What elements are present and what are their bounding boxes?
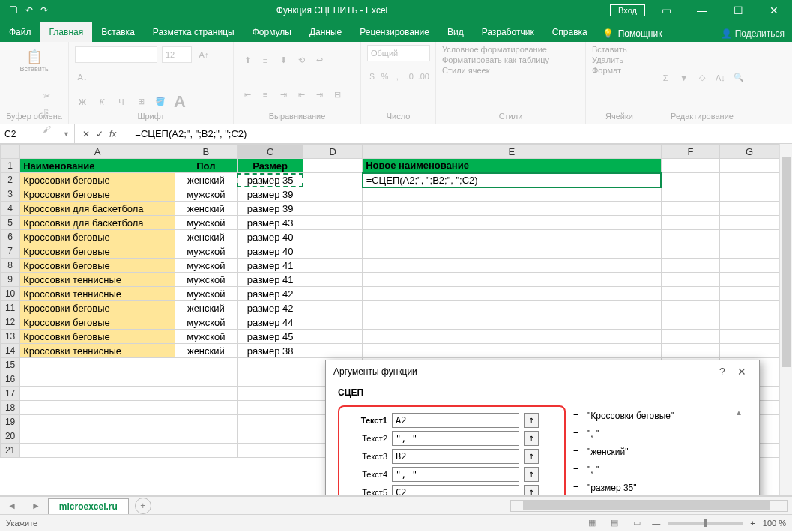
cell[interactable]: женский — [175, 173, 238, 187]
clear-icon[interactable]: ◇ — [696, 70, 708, 85]
cell[interactable]: размер 42 — [237, 301, 303, 315]
page-break-view-icon[interactable]: ▭ — [629, 516, 644, 531]
fill-icon[interactable]: ▼ — [677, 70, 689, 85]
cell[interactable] — [303, 187, 363, 202]
cell[interactable]: размер 38 — [237, 344, 303, 358]
cell[interactable]: женский — [175, 230, 238, 244]
cell-styles-button[interactable]: Стили ячеек — [442, 66, 489, 75]
cell[interactable] — [661, 287, 720, 301]
close-dialog-icon[interactable]: ✕ — [732, 366, 752, 378]
underline-icon[interactable]: Ч — [114, 94, 129, 109]
cell[interactable]: мужской — [175, 259, 238, 273]
cell[interactable]: размер 41 — [237, 273, 303, 287]
cell[interactable] — [303, 230, 363, 244]
cell[interactable]: мужской — [175, 273, 238, 287]
cell[interactable] — [20, 401, 175, 415]
align-left-icon[interactable]: ⇤ — [240, 87, 255, 102]
cell[interactable] — [661, 230, 720, 244]
autosum-icon[interactable]: Σ — [659, 70, 671, 85]
copy-icon[interactable]: ⎘ — [39, 105, 54, 120]
cell[interactable] — [720, 273, 779, 287]
cell[interactable] — [303, 301, 363, 315]
worksheet-grid[interactable]: A B C D E F G 1НаименованиеПолРазмерНово… — [0, 144, 792, 496]
cell[interactable]: Кроссовки беговые — [20, 230, 175, 244]
cancel-formula-icon[interactable]: ✕ — [82, 129, 90, 139]
cell[interactable] — [175, 358, 238, 372]
find-icon[interactable]: 🔍 — [733, 70, 745, 85]
cell[interactable] — [720, 202, 779, 216]
increase-decimal-icon[interactable]: .0 — [405, 69, 415, 84]
cell[interactable] — [303, 216, 363, 230]
cell[interactable]: Кроссовки теннисные — [20, 287, 175, 301]
cell[interactable] — [720, 287, 779, 301]
font-color-icon[interactable]: A — [172, 94, 187, 109]
cell[interactable] — [20, 372, 175, 387]
cell[interactable] — [303, 273, 363, 287]
cell[interactable] — [363, 330, 661, 344]
wrap-text-icon[interactable]: ↩ — [312, 53, 327, 68]
cell[interactable]: Кроссовки беговые — [20, 187, 175, 202]
align-top-icon[interactable]: ⬆ — [240, 53, 255, 68]
cell[interactable]: Кроссовки беговые — [20, 315, 175, 330]
minimize-icon[interactable]: — — [687, 4, 717, 16]
dialog-titlebar[interactable]: Аргументы функции ? ✕ — [326, 360, 759, 383]
format-as-table-button[interactable]: Форматировать как таблицу — [442, 55, 549, 64]
cell[interactable]: мужской — [175, 287, 238, 301]
fill-color-icon[interactable]: 🪣 — [153, 94, 168, 109]
cell[interactable] — [720, 330, 779, 344]
sheet-nav-prev-icon[interactable]: ◄ — [0, 501, 24, 511]
cell[interactable]: женский — [175, 301, 238, 315]
cell[interactable] — [237, 372, 303, 387]
cell[interactable]: женский — [175, 202, 238, 216]
arg-input-3[interactable] — [392, 449, 519, 464]
table-row[interactable]: 4Кроссовки для баскетболаженскийразмер 3… — [1, 202, 779, 216]
cell[interactable] — [661, 159, 720, 173]
cell[interactable]: Наименование — [20, 159, 175, 173]
delete-cells-button[interactable]: Удалить — [592, 55, 623, 64]
zoom-slider[interactable] — [668, 522, 743, 525]
login-button[interactable]: Вход — [610, 4, 645, 16]
cell[interactable] — [20, 387, 175, 401]
col-header-D[interactable]: D — [303, 145, 363, 159]
cell[interactable] — [237, 358, 303, 372]
cell[interactable]: женский — [175, 344, 238, 358]
cell[interactable]: Кроссовки для баскетбола — [20, 216, 175, 230]
number-format-select[interactable] — [367, 45, 430, 61]
cell[interactable]: Кроссовки беговые — [20, 244, 175, 259]
cell[interactable] — [661, 202, 720, 216]
cell[interactable] — [661, 244, 720, 259]
zoom-level[interactable]: 100 % — [763, 519, 786, 528]
tab-help[interactable]: Справка — [543, 22, 596, 42]
cell[interactable]: мужской — [175, 315, 238, 330]
cell[interactable] — [237, 387, 303, 401]
table-row[interactable]: 1НаименованиеПолРазмерНовое наименование — [1, 159, 779, 173]
sort-filter-icon[interactable]: A↓ — [714, 70, 726, 85]
tab-formulas[interactable]: Формулы — [244, 22, 300, 42]
cell[interactable]: =СЦЕП(A2;", ";B2;", ";C2) — [363, 173, 661, 187]
decrease-decimal-icon[interactable]: .00 — [418, 69, 429, 84]
cell[interactable] — [661, 344, 720, 358]
italic-icon[interactable]: К — [94, 94, 109, 109]
tab-data[interactable]: Данные — [300, 22, 351, 42]
cell[interactable] — [661, 173, 720, 187]
cell[interactable] — [20, 444, 175, 458]
name-box[interactable]: C2 ▼ — [0, 124, 75, 143]
format-painter-icon[interactable]: 🖌 — [39, 121, 54, 136]
cell[interactable] — [720, 259, 779, 273]
cell[interactable]: размер 35 — [237, 173, 303, 187]
cell[interactable] — [720, 230, 779, 244]
tab-developer[interactable]: Разработчик — [473, 22, 543, 42]
cell[interactable]: размер 39 — [237, 202, 303, 216]
increase-indent-icon[interactable]: ⇥ — [312, 87, 327, 102]
cell[interactable] — [175, 372, 238, 387]
cell[interactable] — [303, 244, 363, 259]
align-right-icon[interactable]: ⇥ — [276, 87, 291, 102]
cell[interactable]: Размер — [237, 159, 303, 173]
cell[interactable] — [720, 216, 779, 230]
cell[interactable]: размер 41 — [237, 259, 303, 273]
orientation-icon[interactable]: ⟲ — [294, 53, 309, 68]
tab-view[interactable]: Вид — [438, 22, 473, 42]
range-picker-icon[interactable]: ↥ — [524, 431, 539, 446]
normal-view-icon[interactable]: ▦ — [584, 516, 599, 531]
tab-page-layout[interactable]: Разметка страницы — [144, 22, 244, 42]
